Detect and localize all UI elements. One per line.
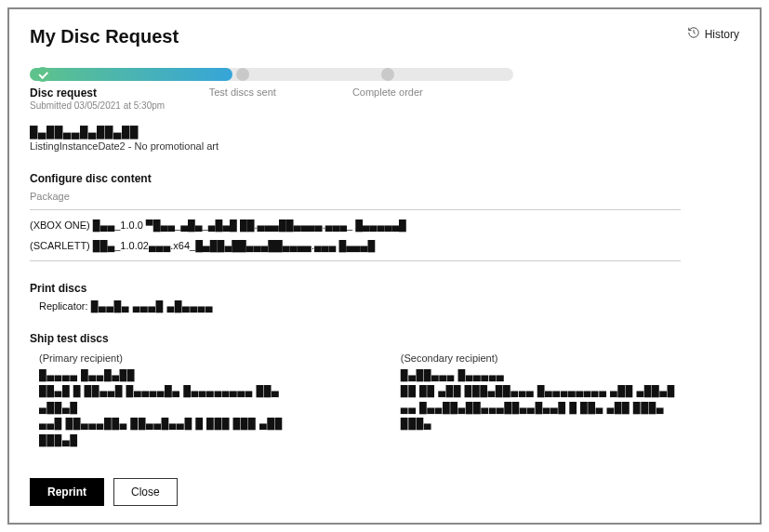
- configure-title: Configure disc content: [30, 172, 681, 185]
- primary-contact: ▄▄█ ██▄▄▄██▄ ██▄▄█▄▄█ █ ███ ███ ▄██ ███▄…: [39, 416, 308, 448]
- progress-step-3-dot: [381, 68, 394, 81]
- content: █▄██▄▄█▄██▄██ ListingInstanceDate2 - No …: [30, 126, 681, 449]
- progress-track: [30, 68, 513, 81]
- replicator-row: Replicator: █▄▄█▄ ▄▄▄█ ▄█▄▄▄▄: [39, 300, 681, 312]
- product-name: █▄██▄▄█▄██▄██: [30, 126, 681, 139]
- primary-recipient: (Primary recipient) █▄▄▄▄ █▄▄█▄██ ██▄█ █…: [39, 351, 308, 449]
- recipients: (Primary recipient) █▄▄▄▄ █▄▄█▄██ ██▄█ █…: [39, 351, 681, 449]
- progress-labels: Disc request Submitted 03/05/2021 at 5:3…: [30, 86, 513, 113]
- package-row-1: (XBOX ONE) █▄▄_1.0.0 ▀█▄▄_▄█▄_▄█▄█ ██.▄▄…: [30, 219, 681, 231]
- progress-step-2-label: Test discs sent: [209, 86, 276, 98]
- ship-title: Ship test discs: [30, 332, 681, 345]
- divider: [30, 209, 681, 210]
- package-row-2: (SCARLETT) ██▄_1.0.02▄▄▄.x64_█▄██▄██▄▄▄█…: [30, 240, 681, 251]
- replicator-value: █▄▄█▄ ▄▄▄█ ▄█▄▄▄▄: [91, 300, 214, 312]
- progress-step-3-label: Complete order: [352, 86, 423, 98]
- progress-step-2-dot: [236, 68, 249, 81]
- primary-address: ██▄█ █ ██▄▄█ █▄▄▄▄█▄ █▄▄▄▄▄▄▄▄ ██▄ ▄██▄█: [39, 383, 308, 416]
- primary-label: (Primary recipient): [39, 351, 308, 367]
- close-button[interactable]: Close: [113, 478, 178, 506]
- package-label: Package: [30, 191, 681, 202]
- progress-step-1-label: Disc request: [30, 86, 97, 100]
- footer: Reprint Close: [30, 478, 178, 506]
- secondary-name: █▄██▄▄▄ █▄▄▄▄▄: [401, 367, 681, 384]
- secondary-contact: ▄▄ █▄▄██▄██▄▄▄██▄▄█▄▄█ █ ██▄ ▄██ ███▄ ██…: [401, 400, 681, 432]
- history-link[interactable]: History: [687, 26, 739, 42]
- page-title: My Disc Request: [30, 26, 179, 47]
- secondary-label: (Secondary recipient): [401, 351, 681, 367]
- listing-line: ListingInstanceDate2 - No promotional ar…: [30, 140, 681, 152]
- replicator-label: Replicator:: [39, 300, 88, 312]
- progress-step-1-dot: [35, 67, 50, 82]
- history-label: History: [705, 28, 739, 41]
- secondary-recipient: (Secondary recipient) █▄██▄▄▄ █▄▄▄▄▄ ██ …: [401, 351, 681, 449]
- primary-name: █▄▄▄▄ █▄▄█▄██: [39, 367, 308, 384]
- print-title: Print discs: [30, 282, 681, 295]
- reprint-button[interactable]: Reprint: [30, 478, 104, 506]
- history-icon: [687, 26, 700, 42]
- divider: [30, 260, 681, 261]
- modal-frame: My Disc Request History Disc request Sub…: [7, 7, 762, 525]
- secondary-address: ██ ██ ▄██ ███▄██▄▄▄ █▄▄▄▄▄▄▄▄ ▄██ ▄██▄█: [401, 383, 681, 400]
- progress-step-1-sub: Submitted 03/05/2021 at 5:30pm: [30, 100, 165, 111]
- header: My Disc Request History: [30, 26, 739, 47]
- progress-bar: Disc request Submitted 03/05/2021 at 5:3…: [30, 68, 513, 113]
- progress-fill: [30, 68, 232, 81]
